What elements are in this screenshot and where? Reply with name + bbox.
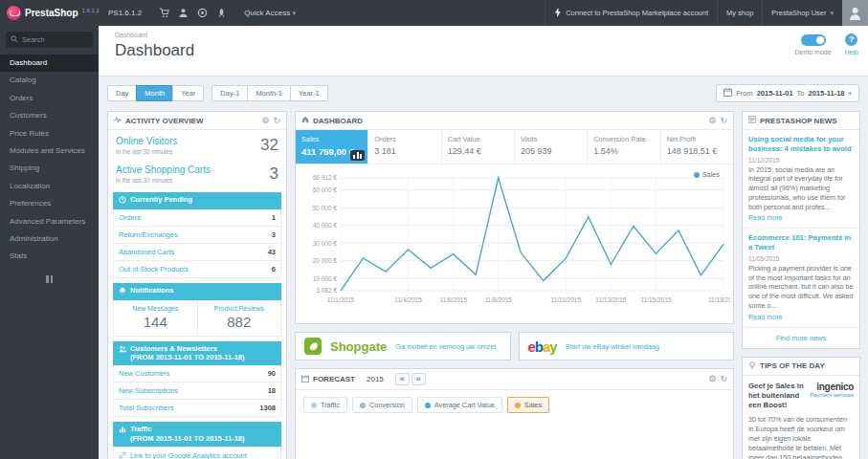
active-carts-kpi: Active Shopping Carts in the last 30 min… [108, 159, 286, 187]
refresh-icon[interactable]: ↻ [720, 117, 727, 125]
shopgate-promo[interactable]: Shopgate Ga mobiel en verhoog uw omzet [295, 332, 511, 361]
gear-icon[interactable]: ⚙ [261, 117, 269, 125]
shopgate-link[interactable]: Ga mobiel en verhoog uw omzet [395, 342, 496, 351]
sidebar-item-localization[interactable]: Localization [0, 178, 99, 195]
prestashop-news-panel: PRESTASHOP NEWS Using social media for y… [742, 111, 860, 349]
demo-mode-control: Demo mode [794, 33, 831, 55]
active-carts-link[interactable]: Active Shopping Carts [116, 164, 211, 176]
sidebar-item-stats[interactable]: Stats [0, 248, 99, 265]
prestashop-brand[interactable]: PrestaShop 1.6.1.2 [0, 6, 99, 20]
svg-text:40 000 €: 40 000 € [313, 222, 338, 229]
bell-icon [119, 286, 126, 297]
refresh-icon[interactable]: ↻ [273, 117, 280, 125]
shop-name-link[interactable]: PS1.6.1.2 [99, 9, 151, 17]
previous-year-button[interactable]: « [395, 373, 410, 385]
new-customers-link[interactable]: New Customers [119, 369, 169, 378]
read-more-link[interactable]: Read more [748, 313, 783, 321]
date-range-picker[interactable]: From2015-11-01 To2015-11-18 ▾ [716, 84, 859, 102]
sidebar-item-catalog[interactable]: Catalog [0, 72, 99, 89]
article-title-link[interactable]: Using social media for your business: 4 … [748, 135, 854, 154]
sidebar-item-administration[interactable]: Administration [0, 230, 99, 248]
chevron-down-icon: ▾ [830, 10, 834, 17]
customer-icon[interactable] [178, 8, 189, 18]
sidebar-collapse-button[interactable] [44, 275, 56, 283]
abandoned-carts-link[interactable]: Abandoned Carts [119, 248, 174, 256]
customers-rows: New Customers90 New Subscriptions18 Tota… [113, 365, 281, 417]
currently-pending-header: Currently Pending [113, 192, 281, 209]
topbar: PrestaShop 1.6.1.2 PS1.6.1.2 Quick Acces… [0, 0, 868, 26]
sidebar-search[interactable] [6, 32, 93, 48]
filter-year-button[interactable]: Year [172, 85, 204, 101]
filter-day-button[interactable]: Day [107, 85, 137, 101]
tab-conversion-rate[interactable]: Conversion Rate 1.54% [588, 130, 660, 164]
legend-sales[interactable]: Sales [507, 397, 549, 413]
out-of-stock-link[interactable]: Out of Stock Products [119, 265, 189, 273]
tab-net-profit[interactable]: Net Profit 148 918,51 € [661, 130, 733, 164]
user-menu[interactable]: PrestaShop User ▾ [762, 0, 842, 26]
help-label: Help [845, 49, 858, 55]
gear-icon[interactable]: ⚙ [708, 117, 716, 125]
chart-legend[interactable]: Sales [694, 170, 720, 179]
tab-sales[interactable]: Sales 411 759,00 € [296, 130, 368, 164]
tab-orders[interactable]: Orders 3 181 [368, 130, 441, 164]
svg-text:11/11/2015: 11/11/2015 [551, 296, 582, 303]
cart-icon[interactable] [159, 8, 169, 18]
svg-text:66 912 €: 66 912 € [313, 174, 338, 181]
traffic-chart-icon [119, 425, 126, 436]
legend-average-cart-value[interactable]: Average Cart Value [417, 397, 502, 413]
table-row: New Subscriptions18 [113, 382, 281, 400]
tab-visits[interactable]: Visits 205 939 [515, 130, 588, 164]
ebay-promo[interactable]: ebay Start uw eBay-winkel vandaag [519, 332, 735, 361]
help-ring-icon[interactable] [197, 8, 208, 18]
google-analytics-link[interactable]: Link to your Google Analytics account [119, 451, 276, 459]
table-row: Abandoned Carts43 [113, 244, 281, 261]
rocket-icon[interactable] [216, 8, 227, 18]
forecast-year-select[interactable]: 2015 [367, 375, 384, 383]
article-title-link[interactable]: Ecommerce 101: Payments in a Tweet [748, 233, 854, 252]
dashboard-icon [301, 116, 309, 125]
returns-link[interactable]: Return/Exchanges [119, 230, 178, 239]
my-shop-link[interactable]: My shop [717, 0, 762, 26]
sidebar-item-customers[interactable]: Customers [0, 107, 99, 124]
sidebar-item-shipping[interactable]: Shipping [0, 160, 99, 177]
tab-cart-value[interactable]: Cart Value 129,44 € [442, 130, 515, 164]
new-messages-cell[interactable]: New Messages 144 [114, 300, 197, 336]
svg-text:50 000 €: 50 000 € [313, 205, 338, 211]
svg-text:10 000 €: 10 000 € [313, 275, 338, 282]
tips-of-the-day-panel: TIPS OF THE DAY Geef je Sales in het bui… [742, 357, 860, 459]
ebay-link[interactable]: Start uw eBay-winkel vandaag [566, 342, 659, 351]
read-more-link[interactable]: Read more [748, 213, 783, 222]
new-subscriptions-link[interactable]: New Subscriptions [119, 386, 178, 395]
legend-traffic[interactable]: Traffic [303, 397, 347, 413]
refresh-icon[interactable]: ↻ [720, 375, 727, 383]
sidebar-item-preferences[interactable]: Preferences [0, 195, 99, 212]
filter-day-1-button[interactable]: Day-1 [211, 85, 248, 101]
legend-conversion[interactable]: Conversion [352, 397, 412, 413]
orders-link[interactable]: Orders [119, 213, 141, 222]
marketplace-connect-link[interactable]: Connect to PrestaShop Marketplace accoun… [545, 0, 717, 26]
sidebar-item-advanced-parameters[interactable]: Advanced Parameters [0, 213, 99, 230]
users-icon [119, 344, 126, 356]
online-visitors-link[interactable]: Online Visitors [116, 136, 177, 147]
gear-icon[interactable]: ⚙ [708, 375, 716, 383]
search-input[interactable] [22, 35, 89, 44]
breadcrumb[interactable]: Dashboard [115, 32, 868, 38]
total-subscribers-link[interactable]: Total Subscribers [119, 404, 174, 412]
avatar[interactable] [842, 0, 868, 26]
next-year-button[interactable]: » [412, 373, 426, 385]
sidebar-item-dashboard[interactable]: Dashboard [0, 55, 99, 72]
help-icon[interactable]: ? [845, 33, 857, 46]
sidebar-item-orders[interactable]: Orders [0, 90, 99, 107]
find-more-news-link[interactable]: Find more news [743, 328, 859, 348]
demo-mode-toggle[interactable] [801, 34, 826, 46]
panel-title: PRESTASHOP NEWS [760, 117, 837, 125]
svg-text:11/15/2015: 11/15/2015 [640, 296, 671, 303]
svg-text:3 082 €: 3 082 € [316, 287, 337, 294]
filter-year-1-button[interactable]: Year-1 [290, 85, 328, 101]
filter-month-button[interactable]: Month [136, 85, 173, 101]
sidebar-item-price-rules[interactable]: Price Rules [0, 125, 99, 142]
filter-month-1-button[interactable]: Month-1 [247, 85, 291, 101]
product-reviews-cell[interactable]: Product Reviews 882 [197, 300, 281, 336]
quick-access-menu[interactable]: Quick Access ▾ [234, 9, 305, 17]
sidebar-item-modules[interactable]: Modules and Services [0, 142, 99, 160]
